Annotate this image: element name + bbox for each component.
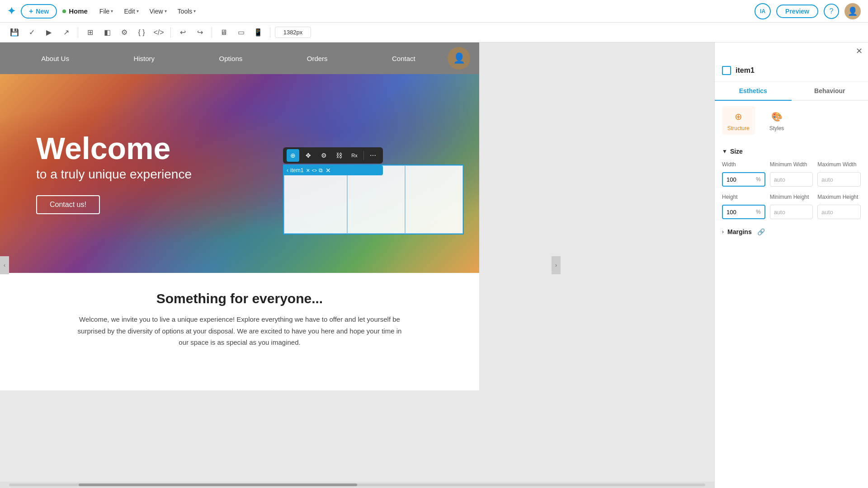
brackets-button[interactable]: { } [134,25,149,40]
height-label: Height [722,194,765,200]
hero-subtitle: to a truly unique experience [36,167,192,182]
width-input[interactable]: % [722,172,765,187]
topbar-right: IA Preview ? 👤 [755,3,861,19]
item1-more-btn[interactable]: ⋯ [367,149,379,162]
view-menu[interactable]: View ▾ [145,6,171,17]
item1-settings-btn[interactable]: ⚙ [317,149,330,162]
play-button[interactable]: ▶ [42,25,56,40]
min-height-value-input[interactable] [774,209,809,216]
right-panel: ✕ item1 Esthetics Behaviour ⊕ Structure … [714,42,868,488]
undo-button[interactable]: ↩ [175,25,190,40]
code-view-button[interactable]: </> [151,25,166,40]
size-section-title: Size [730,148,743,155]
size-chevron-down: ▼ [722,148,727,155]
item1-link-btn[interactable]: ⛓ [333,149,345,162]
max-width-value-input[interactable] [821,176,857,183]
margins-link-icon: 🔗 [757,228,765,235]
avatar: 👤 [844,3,861,19]
width-label: Width [722,161,765,168]
export-button[interactable]: ↗ [59,25,73,40]
margins-row[interactable]: › Margins 🔗 [722,228,861,235]
subtab-structure[interactable]: ⊕ Structure [722,106,755,135]
item1-toolbar: ⊕ ✥ ⚙ ⛓ Rx ⋯ ‹ item1 × <> ⧉ ✕ [283,147,383,175]
save-button[interactable]: 💾 [7,25,22,40]
min-height-label: Minimum Height [770,194,813,200]
max-height-value-input[interactable] [821,209,857,216]
horizontal-scrollbar[interactable] [0,482,714,488]
help-button[interactable]: ? [824,4,839,19]
item1-select-btn[interactable]: ⊕ [287,149,299,162]
nav-contact[interactable]: Contact [383,50,425,67]
tab-esthetics[interactable]: Esthetics [715,82,792,101]
margins-label: Margins [727,228,752,235]
site-nav-links: About Us History Options Orders Contact [9,50,448,67]
layers-button[interactable]: ◧ [100,25,114,40]
grid-col-1 [284,165,347,234]
item1-hide-btn[interactable]: × [306,167,310,174]
params-button[interactable]: ⚙ [117,25,132,40]
panel-item-icon [722,66,731,75]
hero-section: Welcome to a truly unique experience Con… [0,74,479,273]
max-width-label: Maximum Width [817,161,861,168]
min-width-label: Minimum Width [770,161,813,168]
item1-close-btn[interactable]: ✕ [326,167,331,174]
plus-icon: + [29,7,33,15]
panel-content: ▼ Size Width Minimum Width Maximum Width… [715,141,868,243]
nav-orders[interactable]: Orders [298,50,337,67]
site-avatar: 👤 [448,47,470,70]
edit-menu[interactable]: Edit ▾ [119,6,143,17]
mobile-view-button[interactable]: 📱 [251,25,265,40]
item1-label: item1 [290,167,303,174]
item1-parent-btn[interactable]: ‹ [287,167,288,174]
preview-button[interactable]: Preview [776,5,818,18]
height-value-input[interactable] [726,209,755,216]
panel-close-button[interactable]: ✕ [850,42,868,60]
max-height-input[interactable] [817,205,861,219]
nav-about[interactable]: About Us [32,50,78,67]
new-button[interactable]: + New [21,4,57,19]
preview-label: Preview [785,8,809,15]
check-button[interactable]: ✓ [24,25,39,40]
nav-options[interactable]: Options [210,50,252,67]
canvas-bottom [0,366,479,391]
redo-button[interactable]: ↪ [193,25,207,40]
height-input[interactable]: % [722,205,765,219]
logo-icon: ✦ [7,5,15,17]
file-menu[interactable]: File ▾ [95,6,118,17]
item1-code-btn[interactable]: <> [312,168,317,173]
min-height-input[interactable] [770,205,813,219]
min-width-input[interactable] [770,172,813,187]
margins-chevron-right: › [722,229,724,235]
item1-formula-btn[interactable]: Rx [348,149,361,162]
grid-col-3 [405,165,463,234]
subtab-styles[interactable]: 🎨 Styles [764,106,790,135]
panel-subtabs: ⊕ Structure 🎨 Styles [715,101,868,141]
min-width-value-input[interactable] [774,176,809,183]
hero-title: Welcome [36,133,192,164]
tablet-view-button[interactable]: ▭ [234,25,248,40]
desktop-view-button[interactable]: 🖥 [217,25,231,40]
styles-icon: 🎨 [770,110,783,123]
canvas-scroll-left[interactable]: ‹ [0,256,9,274]
item1-copy-btn[interactable]: ⧉ [319,167,323,174]
home-title: Home [69,7,88,15]
canvas-scroll-right[interactable]: › [552,256,561,274]
components-button[interactable]: ⊞ [83,25,97,40]
item1-move-btn[interactable]: ✥ [302,149,315,162]
max-width-input[interactable] [817,172,861,187]
tab-behaviour[interactable]: Behaviour [792,82,868,100]
contact-button[interactable]: Contact us! [36,195,100,214]
size-section-header[interactable]: ▼ Size [722,148,861,155]
new-label: New [36,8,49,15]
site-nav: About Us History Options Orders Contact … [0,42,479,74]
nav-menus: File ▾ Edit ▾ View ▾ Tools ▾ [95,6,200,17]
help-icon: ? [830,7,834,15]
ia-label: IA [760,8,765,14]
width-value-input[interactable] [726,176,755,183]
section2-text: Welcome, we invite you to live a unique … [77,314,402,348]
section2: Something for everyone... Welcome, we in… [0,273,479,366]
ia-button[interactable]: IA [755,3,771,19]
panel-tabs: Esthetics Behaviour [715,82,868,101]
tools-menu[interactable]: Tools ▾ [173,6,201,17]
nav-history[interactable]: History [124,50,164,67]
